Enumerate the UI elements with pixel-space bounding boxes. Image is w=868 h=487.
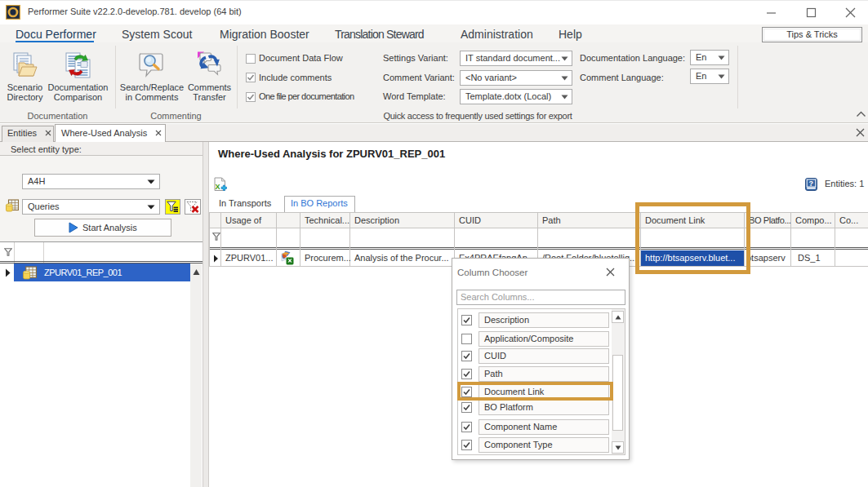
svg-text:X: X [216,183,220,191]
svg-text:?: ? [809,179,814,188]
